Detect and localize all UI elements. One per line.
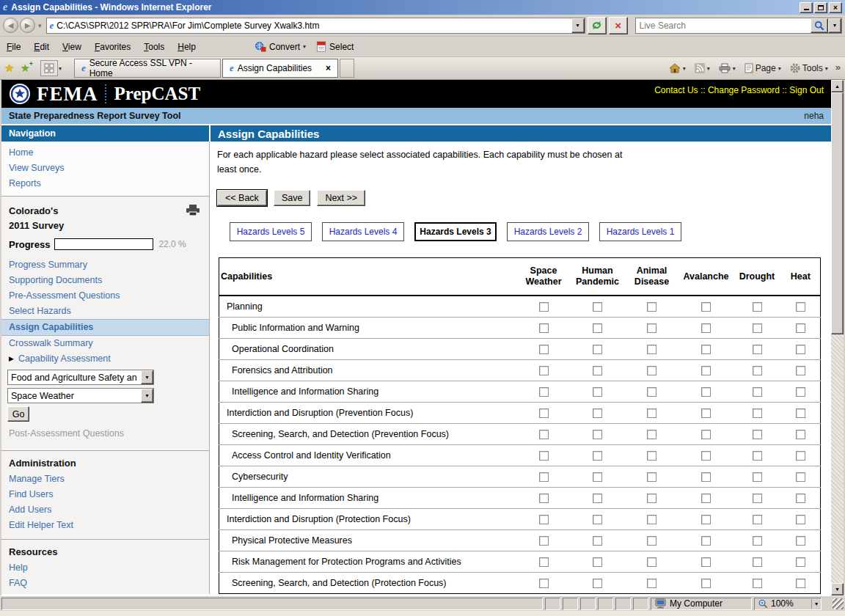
capability-checkbox[interactable] [647,515,656,524]
capability-checkbox[interactable] [701,472,711,482]
page-menu-button[interactable]: Page ▾ [742,62,784,75]
capability-checkbox[interactable] [753,472,762,482]
capability-checkbox[interactable] [647,302,656,312]
sidebar-resource-link[interactable]: FAQ [1,576,209,591]
zoom-panel[interactable]: 100% ▾ [754,598,822,610]
capability-checkbox[interactable] [701,451,711,461]
capability-checkbox[interactable] [753,302,762,312]
capability-checkbox[interactable] [647,451,656,461]
sidebar-admin-link[interactable]: Edit Helper Text [1,518,209,533]
close-button[interactable]: × [829,2,842,13]
sidebar-survey-link[interactable]: ▶ Select Hazards [1,304,209,319]
capability-checkbox[interactable] [796,472,805,482]
restore-button[interactable] [814,2,827,13]
search-button[interactable] [811,18,828,33]
capability-checkbox[interactable] [647,430,656,439]
capability-checkbox[interactable] [593,323,602,333]
capability-checkbox[interactable] [593,345,602,354]
capability-checkbox[interactable] [593,387,602,397]
capability-checkbox[interactable] [647,557,656,567]
forward-button[interactable]: ▶ [20,18,35,33]
sidebar-survey-link[interactable]: ▶ Pre-Assessment Questions [1,288,209,304]
dropdown-arrow-icon[interactable]: ▾ [141,370,153,384]
header-link[interactable]: Change Password [698,85,780,95]
live-search-input[interactable] [636,21,811,31]
capability-checkbox[interactable] [701,302,711,312]
capability-checkbox[interactable] [753,557,762,567]
sidebar-admin-link[interactable]: Manage Tiers [1,472,209,487]
sidebar-survey-link[interactable]: ▶ Progress Summary [1,257,209,273]
hazard-level-tab[interactable]: Hazards Levels 2 [507,222,589,241]
capability-checkbox[interactable] [753,494,762,503]
capability-checkbox[interactable] [796,430,805,439]
menu-item[interactable]: Help [171,40,202,54]
sidebar-resource-link[interactable]: Help [1,560,209,576]
browser-tab[interactable]: e Assign Capabilities × [222,59,338,78]
capability-checkbox[interactable] [647,494,656,503]
capability-checkbox[interactable] [796,536,805,546]
favorites-center-icon[interactable]: ★ [4,62,14,75]
capability-checkbox[interactable] [539,494,549,503]
capability-checkbox[interactable] [753,536,762,546]
feeds-button[interactable]: ▾ [692,62,713,75]
sidebar-resource-link[interactable]: Site Map [1,591,209,594]
capability-checkbox[interactable] [593,472,602,482]
capability-checkbox[interactable] [701,579,711,588]
vertical-scrollbar[interactable]: ▲ ▼ [831,80,844,595]
home-button[interactable]: ▾ [666,62,689,75]
capability-checkbox[interactable] [753,408,762,418]
convert-button[interactable]: Convert ▾ [255,41,306,52]
capability-checkbox[interactable] [701,366,711,375]
menu-item[interactable]: Tools [137,40,171,54]
capability-checkbox[interactable] [539,323,549,333]
header-link[interactable]: Contact Us [654,85,698,95]
capability-checkbox[interactable] [701,387,711,397]
capability-checkbox[interactable] [539,472,549,482]
capability-checkbox[interactable] [701,494,711,503]
capability-checkbox[interactable] [539,430,549,439]
capability-checkbox[interactable] [701,536,711,546]
capability-checkbox[interactable] [539,345,549,354]
hazard-level-tab[interactable]: Hazards Levels 3 [414,222,497,241]
quick-tabs-icon[interactable] [40,60,58,76]
header-link[interactable]: Sign Out [780,85,824,95]
capability-checkbox[interactable] [796,408,805,418]
capability-checkbox[interactable] [593,557,602,567]
search-dropdown-button[interactable]: ▾ [828,18,841,33]
capability-checkbox[interactable] [539,579,549,588]
capability-checkbox[interactable] [647,408,656,418]
capability-checkbox[interactable] [539,366,549,375]
capability-checkbox[interactable] [593,536,602,546]
hazard-level-tab[interactable]: Hazards Levels 5 [230,222,312,241]
sidebar-link[interactable]: View Surveys [1,161,209,176]
capability-checkbox[interactable] [753,451,762,461]
toolbar-overflow-icon[interactable]: » [835,62,841,73]
capability-checkbox[interactable] [753,323,762,333]
sidebar-link[interactable]: Reports [1,176,209,191]
sidebar-survey-link[interactable]: ▶ Supporting Documents [1,273,209,288]
tab-list-dropdown-icon[interactable]: ▾ [59,65,68,72]
capability-checkbox[interactable] [539,515,549,524]
sidebar-survey-link[interactable]: ▶ Crosswalk Summary [1,336,209,351]
capability-checkbox[interactable] [593,579,602,588]
capability-checkbox[interactable] [539,408,549,418]
sidebar-admin-link[interactable]: Find Users [1,487,209,502]
capability-checkbox[interactable] [701,345,711,354]
sidebar-survey-link[interactable]: ▶ Capability Assessment [1,351,209,367]
capability-checkbox[interactable] [796,451,805,461]
capability-checkbox[interactable] [796,345,805,354]
print-button[interactable]: ▾ [716,62,739,75]
capability-checkbox[interactable] [796,579,805,588]
capability-checkbox[interactable] [796,557,805,567]
capability-checkbox[interactable] [753,366,762,375]
capability-checkbox[interactable] [647,366,656,375]
dropdown-arrow-icon[interactable]: ▾ [141,389,153,403]
capability-checkbox[interactable] [701,408,711,418]
capability-checkbox[interactable] [796,515,805,524]
capability-checkbox[interactable] [539,387,549,397]
capability-checkbox[interactable] [593,302,602,312]
scrollbar-thumb[interactable] [831,92,844,334]
history-dropdown-icon[interactable]: ▾ [38,22,42,29]
scroll-up-icon[interactable]: ▲ [831,80,844,92]
back-page-button[interactable]: << Back [217,190,267,206]
